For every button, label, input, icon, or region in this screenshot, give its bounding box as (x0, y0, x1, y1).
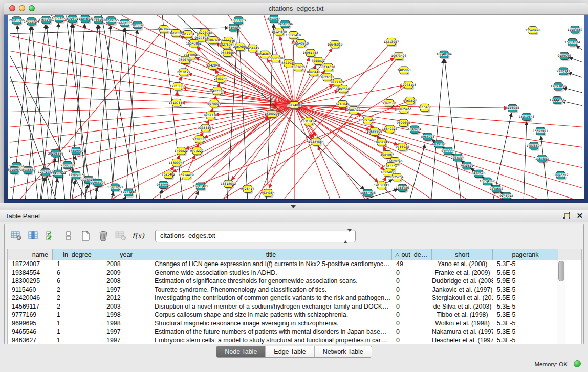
network-node[interactable]: 9725414 (241, 185, 255, 194)
table-cell[interactable]: 1 (53, 319, 102, 328)
table-cell[interactable]: de Silva et al. (2003) (432, 302, 493, 311)
column-settings-icon[interactable] (26, 229, 41, 243)
table-cell[interactable]: 0 (392, 269, 432, 277)
network-node[interactable]: 16210643 (519, 113, 534, 122)
table-cell[interactable]: 5.6E-5 (493, 269, 558, 277)
network-node[interactable]: 9474444 (441, 147, 455, 156)
network-node[interactable]: 12213383 (170, 83, 185, 92)
table-cell[interactable]: 2 (53, 302, 102, 311)
network-node[interactable]: 7485063 (397, 67, 411, 75)
network-edge[interactable] (51, 159, 55, 199)
delete-table-icon[interactable] (113, 229, 128, 243)
table-cell[interactable]: 6 (53, 277, 102, 286)
network-node[interactable]: 17359934 (68, 147, 83, 156)
network-node[interactable]: 6734028 (321, 63, 335, 72)
network-node[interactable]: 12115680 (20, 166, 35, 175)
table-cell[interactable]: Dudbridge et al. (2008) (432, 277, 493, 286)
network-node[interactable]: 9699695 (397, 119, 410, 128)
network-node[interactable]: 2935114 (451, 154, 465, 163)
table-cell[interactable]: 9777169 (8, 311, 53, 319)
network-node[interactable]: 2986322 (347, 106, 361, 115)
network-node[interactable]: 9362160 (382, 99, 396, 108)
network-node[interactable]: 10973493 (391, 52, 406, 61)
network-node[interactable]: 18907249 (374, 139, 389, 147)
panel-splitter[interactable] (0, 203, 588, 211)
network-node[interactable]: 9245652 (490, 185, 504, 194)
network-node[interactable]: 8471626 (472, 170, 486, 179)
network-edge[interactable] (72, 180, 75, 199)
table-cell[interactable]: 0 (392, 336, 432, 345)
table-header-title[interactable]: title (150, 249, 392, 260)
table-cell[interactable]: Changes of HCN gene expression and I(f) … (150, 260, 392, 269)
network-node[interactable]: 2867608 (233, 43, 247, 52)
network-edge[interactable] (41, 177, 45, 199)
table-cell[interactable]: 2009 (102, 269, 150, 277)
network-edge[interactable] (569, 58, 582, 62)
network-node[interactable]: 15892971 (533, 127, 548, 136)
table-cell[interactable]: 5.3E-5 (493, 302, 558, 311)
network-node[interactable]: 9827508 (219, 40, 233, 49)
table-cell[interactable]: 0 (392, 327, 432, 336)
table-cell[interactable]: 1 (53, 311, 102, 319)
table-cell[interactable]: 18300295 (8, 277, 53, 286)
network-node[interactable]: 9463627 (403, 97, 417, 105)
network-node[interactable]: 9115460 (418, 104, 432, 113)
network-node[interactable]: 16543862 (186, 39, 202, 48)
network-node[interactable]: 1753426 (396, 184, 409, 193)
table-cell[interactable]: Disruption of a novel member of a sodium… (150, 302, 392, 311)
network-node[interactable]: 10943512 (553, 171, 569, 180)
network-edge[interactable] (10, 105, 294, 173)
network-node[interactable]: 8958923 (421, 133, 435, 142)
network-edge[interactable] (124, 197, 126, 199)
table-row[interactable]: 946554611997Estimation of the future num… (8, 327, 581, 336)
network-node[interactable]: 10654112 (480, 178, 495, 186)
network-node[interactable]: 6497568 (336, 85, 350, 94)
table-cell[interactable]: 0 (392, 286, 432, 294)
network-node[interactable]: 9756928 (396, 143, 409, 152)
table-row[interactable]: 2242004622012Investigating the contribut… (8, 294, 581, 302)
table-cell[interactable]: 5.3E-5 (493, 336, 558, 345)
network-node[interactable]: 15318454 (301, 118, 316, 126)
table-cell[interactable]: 19384554 (8, 269, 53, 277)
row-height-icon[interactable] (61, 229, 76, 243)
network-node[interactable]: 7634354 (261, 189, 275, 198)
network-edge[interactable] (293, 40, 294, 105)
network-node[interactable]: 7932621 (460, 162, 474, 170)
network-node[interactable]: 15716485 (192, 183, 208, 191)
network-node[interactable]: 20206556 (48, 150, 63, 159)
table-cell[interactable]: 0 (392, 319, 432, 328)
network-node[interactable]: 12444151 (550, 96, 565, 105)
table-cell[interactable]: 5.5E-5 (493, 294, 558, 302)
network-node[interactable]: 16318012 (221, 180, 236, 189)
network-node[interactable]: 1167553 (535, 155, 549, 164)
table-cell[interactable]: Estimation of the future numbers of pati… (150, 327, 392, 336)
table-header-in-degree[interactable]: in_degree (53, 249, 102, 260)
network-node[interactable]: 18654935 (360, 189, 376, 198)
network-node[interactable]: 7525254 (390, 173, 404, 182)
network-node[interactable]: 9245012 (499, 192, 513, 199)
table-cell[interactable]: 5.9E-5 (493, 277, 558, 286)
network-node[interactable]: 14055724 (24, 18, 39, 27)
network-node[interactable]: 8215955 (506, 104, 519, 113)
network-node[interactable]: 9397588 (61, 161, 75, 170)
window-titlebar[interactable]: citations_edges.txt (4, 3, 588, 15)
table-cell[interactable]: 2003 (102, 302, 150, 311)
network-canvas[interactable]: 2081330614055724276914061065325718913014… (8, 15, 584, 199)
table-row[interactable]: 977716911998Corpus callosum shape and si… (8, 311, 581, 319)
table-cell[interactable]: 5.3E-5 (493, 286, 558, 294)
network-edge[interactable] (160, 190, 162, 199)
table-cell[interactable]: Structural magnetic resonance image aver… (150, 319, 392, 328)
table-cell[interactable]: 2008 (102, 260, 150, 269)
table-row[interactable]: 911546021997Tourette syndrome. Phenomeno… (8, 286, 581, 294)
network-node[interactable]: 7463822 (157, 26, 171, 34)
table-cell[interactable]: Investigating the contribution of common… (150, 294, 392, 302)
tab-edge-table[interactable]: Edge Table (266, 346, 314, 357)
network-node[interactable]: 9227343 (556, 68, 570, 76)
network-node[interactable]: 11154867 (567, 26, 582, 35)
network-node[interactable]: 9787831 (192, 136, 206, 144)
network-node[interactable]: 10688609 (367, 128, 382, 137)
table-cell[interactable]: Estimation of significance thresholds fo… (150, 277, 392, 286)
network-node[interactable]: 7625402 (162, 171, 176, 180)
table-cell[interactable]: 9463627 (8, 336, 53, 345)
network-node[interactable]: 12923448 (121, 189, 136, 198)
